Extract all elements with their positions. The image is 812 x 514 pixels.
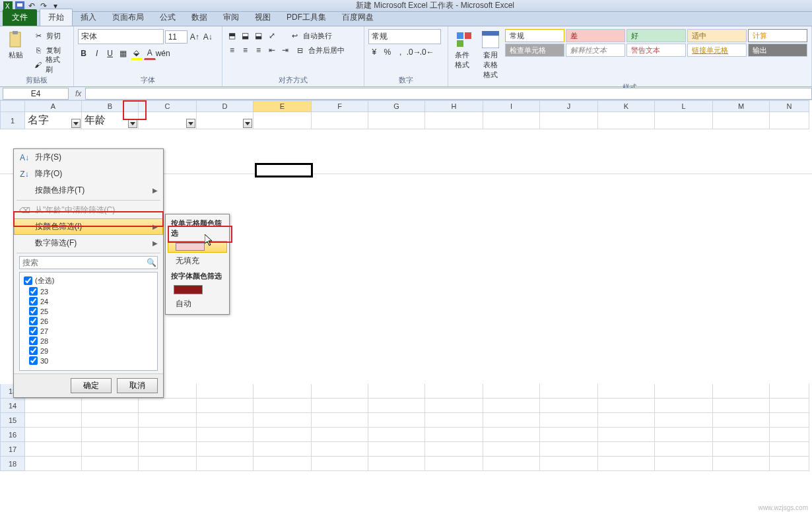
cell-G16[interactable] (368, 428, 425, 442)
filter-check-item[interactable]: 24 (22, 296, 154, 306)
cell-N17[interactable] (770, 442, 809, 457)
cell-K15[interactable] (598, 413, 655, 428)
border-button[interactable]: ▦ (118, 47, 129, 60)
cell-N14[interactable] (770, 399, 809, 413)
cell-C14[interactable] (139, 399, 197, 413)
cell-H13[interactable] (425, 384, 483, 399)
cell-J16[interactable] (540, 428, 598, 442)
cell-F1[interactable] (312, 112, 368, 129)
column-header-C[interactable]: C (139, 100, 197, 112)
cell-D1[interactable] (197, 112, 254, 129)
cell-J18[interactable] (540, 457, 598, 471)
cell-C1[interactable] (139, 112, 197, 129)
cell-B18[interactable] (82, 457, 139, 471)
filter-check-item[interactable]: 25 (22, 306, 154, 316)
row-header[interactable]: 14 (0, 399, 25, 413)
ok-button[interactable]: 确定 (71, 378, 112, 393)
filter-button-A1[interactable] (71, 119, 81, 128)
cell-L16[interactable] (655, 428, 713, 442)
cell-L15[interactable] (655, 413, 713, 428)
column-header-L[interactable]: L (655, 100, 713, 112)
cell-C15[interactable] (139, 413, 197, 428)
cell-J14[interactable] (540, 399, 598, 413)
cell-N16[interactable] (770, 428, 809, 442)
tab-insert[interactable]: 插入 (73, 9, 104, 26)
cell-E17[interactable] (254, 442, 312, 457)
style-calc[interactable]: 计算 (748, 29, 807, 42)
formula-input[interactable] (85, 88, 812, 100)
cell-G17[interactable] (368, 442, 425, 457)
cell-F13[interactable] (312, 384, 368, 399)
cell-M13[interactable] (713, 384, 770, 399)
cell-K13[interactable] (598, 384, 655, 399)
style-normal[interactable]: 常规 (505, 29, 564, 42)
cell-E1[interactable] (254, 112, 312, 129)
cell-H1[interactable] (425, 112, 483, 129)
filter-check-item[interactable]: 23 (22, 286, 154, 296)
filter-search[interactable]: 🔍 (19, 256, 158, 269)
cell-I16[interactable] (483, 428, 540, 442)
cell-M1[interactable] (713, 112, 770, 129)
sort-descending[interactable]: Z↓ 降序(O) (14, 166, 163, 182)
cell-F16[interactable] (312, 428, 368, 442)
tab-baidu[interactable]: 百度网盘 (334, 9, 382, 26)
style-bad[interactable]: 差 (566, 29, 625, 42)
cell-I17[interactable] (483, 442, 540, 457)
cell-D18[interactable] (197, 457, 254, 471)
cell-N15[interactable] (770, 413, 809, 428)
search-icon[interactable]: 🔍 (145, 257, 157, 269)
cell-A1[interactable]: 名字 (25, 112, 82, 129)
name-box[interactable]: E4 (3, 88, 69, 100)
sort-ascending[interactable]: A↓ 升序(S) (14, 149, 163, 166)
number-filters[interactable]: 数字筛选(F) ▶ (14, 235, 163, 251)
cell-A14[interactable] (25, 399, 82, 413)
cell-M18[interactable] (713, 457, 770, 471)
cut-button[interactable]: ✂剪切 (30, 29, 69, 42)
cell-G13[interactable] (368, 384, 425, 399)
column-header-D[interactable]: D (197, 100, 254, 112)
style-good[interactable]: 好 (626, 29, 686, 42)
cell-I1[interactable] (483, 112, 540, 129)
cell-M17[interactable] (713, 442, 770, 457)
filter-search-input[interactable] (20, 257, 145, 269)
cell-K1[interactable] (598, 112, 655, 129)
row-header[interactable]: 16 (0, 428, 25, 442)
sort-by-color[interactable]: 按颜色排序(T) ▶ (14, 182, 163, 199)
cell-B15[interactable] (82, 413, 139, 428)
cell-G15[interactable] (368, 413, 425, 428)
cell-I18[interactable] (483, 457, 540, 471)
tab-view[interactable]: 视图 (247, 9, 279, 26)
style-output[interactable]: 输出 (748, 44, 807, 57)
auto-option[interactable]: 自动 (168, 296, 227, 311)
filter-by-color[interactable]: 按颜色筛选(I) ▶ (14, 218, 163, 235)
cell-H14[interactable] (425, 399, 483, 413)
filter-check-item[interactable]: 29 (22, 346, 154, 356)
cell-L13[interactable] (655, 384, 713, 399)
cell-F15[interactable] (312, 413, 368, 428)
increase-indent-icon[interactable]: ⇥ (279, 44, 291, 57)
cell-N1[interactable] (770, 112, 809, 129)
filter-check-all[interactable]: (全选) (22, 275, 154, 286)
font-color-button[interactable]: A (144, 47, 156, 60)
tab-page-layout[interactable]: 页面布局 (104, 9, 152, 26)
paste-button[interactable]: 粘贴 (4, 29, 28, 61)
align-middle-icon[interactable]: ⬓ (240, 29, 252, 42)
cell-M16[interactable] (713, 428, 770, 442)
column-header-I[interactable]: I (483, 100, 540, 112)
cell-E13[interactable] (254, 384, 312, 399)
font-color-swatch[interactable] (174, 285, 203, 294)
currency-icon[interactable]: ¥ (368, 46, 380, 59)
cell-B14[interactable] (82, 399, 139, 413)
row-header[interactable]: 1 (0, 112, 25, 129)
cell-H16[interactable] (425, 428, 483, 442)
cell-styles-gallery[interactable]: 常规 差 好 适中 计算 检查单元格 解释性文本 警告文本 链接单元格 输出 (505, 29, 807, 57)
cell-G14[interactable] (368, 399, 425, 413)
cell-B1[interactable]: 年龄 (82, 112, 139, 129)
format-as-table-button[interactable]: 套用 表格格式 (479, 29, 502, 81)
row-header[interactable]: 18 (0, 457, 25, 471)
cell-E15[interactable] (254, 413, 312, 428)
tab-pdf[interactable]: PDF工具集 (279, 9, 334, 26)
format-painter-button[interactable]: 🖌格式刷 (30, 58, 69, 71)
tab-data[interactable]: 数据 (184, 9, 215, 26)
tab-review[interactable]: 审阅 (215, 9, 247, 26)
